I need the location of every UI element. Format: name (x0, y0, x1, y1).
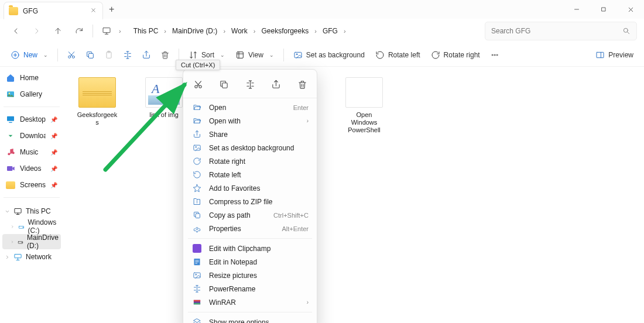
rename-button[interactable] (119, 46, 136, 64)
svg-point-25 (12, 152, 15, 154)
crumb-4[interactable]: GFG (319, 25, 341, 37)
window-controls (563, 0, 644, 19)
sidebar-screenshots[interactable]: Screenshots📌 (2, 177, 61, 193)
crumb-1[interactable]: MainDrive (D:) (169, 25, 221, 37)
ctx-compress[interactable]: Compress to ZIP file (183, 195, 317, 208)
sidebar: Home Gallery Desktop📌 Downloads📌 Music📌 … (0, 67, 63, 323)
new-button[interactable]: New⌄ (6, 46, 53, 64)
ctx-favorites[interactable]: Add to Favorites (183, 181, 317, 195)
sidebar-videos[interactable]: Videos📌 (2, 161, 61, 176)
ctx-copy-path[interactable]: Copy as pathCtrl+Shift+C (183, 208, 317, 222)
tree-network[interactable]: Network (2, 249, 61, 264)
refresh-button[interactable] (70, 22, 88, 40)
chevron-icon: › (119, 28, 121, 35)
more-button[interactable] (486, 46, 503, 64)
close-button[interactable] (617, 0, 644, 19)
svg-rect-26 (7, 166, 12, 171)
ctx-open-with[interactable]: Open with› (183, 114, 317, 128)
minimize-button[interactable] (563, 0, 590, 19)
sidebar-downloads[interactable]: Downloads📌 (2, 128, 61, 143)
cut-button[interactable] (63, 46, 80, 64)
ctx-more-options[interactable]: Show more options (183, 315, 317, 323)
tab-gfg[interactable]: GFG (4, 2, 103, 19)
svg-line-32 (105, 85, 184, 170)
svg-rect-31 (193, 303, 200, 305)
preview-button[interactable]: Preview (591, 46, 638, 64)
up-button[interactable] (49, 22, 67, 40)
crumb-0[interactable]: This PC (130, 25, 162, 37)
set-background-button[interactable]: Set as background (289, 46, 369, 64)
separator (93, 25, 93, 37)
new-tab-button[interactable]: + (109, 4, 114, 15)
ctx-copy-icon[interactable] (215, 75, 233, 93)
svg-rect-27 (193, 244, 201, 253)
forward-button[interactable] (28, 22, 46, 40)
nav-row: › This PC› MainDrive (D:)› Work› Geeksfo… (0, 19, 644, 43)
tree-this-pc[interactable]: This PC (2, 204, 61, 219)
ctx-powerrename[interactable]: PowerRename (183, 282, 317, 295)
folder-icon (9, 7, 18, 15)
search-icon (622, 27, 631, 35)
ctx-rotate-left[interactable]: Rotate left (183, 168, 317, 181)
ctx-clipchamp[interactable]: Edit with Clipchamp (183, 242, 317, 255)
back-button[interactable] (7, 22, 25, 40)
sidebar-home[interactable]: Home (2, 70, 61, 85)
titlebar: GFG + (0, 0, 644, 19)
ctx-winrar[interactable]: WinRAR› (183, 295, 317, 309)
search-box[interactable] (485, 22, 637, 40)
tab-title: GFG (23, 7, 38, 15)
toolbar: New⌄ Sort⌄ View⌄ Set as background Rotat… (0, 43, 644, 67)
share-button[interactable] (138, 46, 155, 64)
ctx-share[interactable]: Share (183, 128, 317, 141)
ctx-open[interactable]: OpenEnter (183, 101, 317, 114)
sidebar-gallery[interactable]: Gallery (2, 87, 61, 102)
ctx-delete-icon[interactable] (293, 75, 311, 93)
ctx-rotate-right[interactable]: Rotate right (183, 154, 317, 168)
crumb-2[interactable]: Work (228, 25, 251, 37)
svg-point-24 (8, 153, 10, 155)
sidebar-music[interactable]: Music📌 (2, 145, 61, 160)
ctx-notepad[interactable]: Edit in Notepad (183, 255, 317, 269)
annotation-arrow (97, 76, 202, 181)
delete-button[interactable] (156, 46, 174, 64)
view-button[interactable]: View⌄ (231, 46, 279, 64)
search-input[interactable] (491, 27, 622, 35)
file-item[interactable]: Open Windows PowerShell (341, 75, 388, 136)
tooltip-cut: Cut (Ctrl+X) (176, 60, 220, 70)
context-menu: OpenEnter Open with› Share Set as deskto… (183, 69, 317, 323)
breadcrumb[interactable]: This PC› MainDrive (D:)› Work› Geeksforg… (125, 22, 477, 40)
ctx-properties[interactable]: PropertiesAlt+Enter (183, 222, 317, 235)
pc-icon[interactable] (98, 22, 115, 40)
ctx-resize[interactable]: Resize pictures (183, 269, 317, 282)
svg-rect-23 (7, 116, 14, 121)
image-thumb (345, 77, 383, 108)
rotate-left-button[interactable]: Rotate left (371, 46, 425, 64)
ctx-share-icon[interactable] (268, 75, 285, 93)
tab-close-icon[interactable] (90, 7, 97, 15)
maximize-button[interactable] (590, 0, 617, 19)
svg-rect-30 (193, 300, 200, 302)
paste-button[interactable] (100, 46, 118, 64)
copy-button[interactable] (81, 46, 99, 64)
ctx-rename-icon[interactable] (241, 75, 259, 93)
tree-windows-c[interactable]: Windows (C:) (2, 219, 61, 234)
tree-maindrive-d[interactable]: MainDrive (D:) (2, 234, 61, 249)
crumb-3[interactable]: Geeksforgeeks (258, 25, 313, 37)
sidebar-desktop[interactable]: Desktop📌 (2, 112, 61, 127)
ctx-set-bg[interactable]: Set as desktop background (183, 141, 317, 154)
rotate-right-button[interactable]: Rotate right (426, 46, 485, 64)
svg-point-22 (9, 92, 11, 94)
